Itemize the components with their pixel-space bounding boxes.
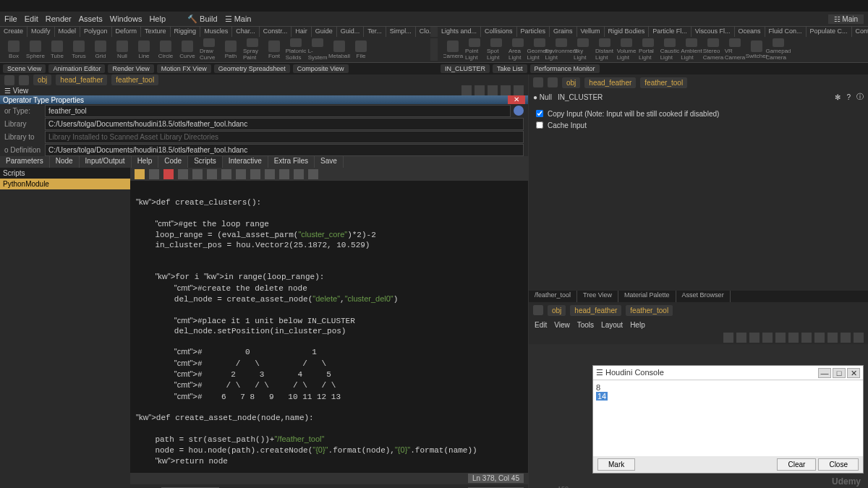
undo-icon[interactable] [135,169,145,179]
cut-icon[interactable] [163,169,174,179]
crumb-head[interactable]: head_feather [570,305,621,316]
shelf-tabs-left-item[interactable]: Polygon [80,27,112,37]
view-tool-icon[interactable] [514,85,524,95]
menu-render[interactable]: Render [46,14,72,23]
mark-button[interactable]: Mark [597,458,635,471]
ng-menu-items-item[interactable]: Edit [535,321,547,329]
shelf-tool-tube[interactable]: Tube [48,38,67,61]
view-tool-icon[interactable] [461,85,472,95]
shelf-tool-gamepad-camera[interactable]: Gamepad Camera [769,38,788,61]
shelf-tabs-left-item[interactable]: Model [55,27,81,37]
ng-tool-icon[interactable] [775,333,786,343]
shelf-tool-sphere[interactable]: Sphere [26,38,45,61]
shelf-tabs-right-item[interactable]: Oceans [735,27,765,37]
shelf-tool-area-light[interactable]: Area Light [509,38,527,61]
tabs-left-item[interactable]: Animation Editor [48,64,105,73]
shelf-tool-font[interactable]: Font [265,38,284,61]
shelf-tabs-left-item[interactable]: Rigging [171,27,201,37]
crumb-tool[interactable]: feather_tool [111,74,158,85]
shelf-tool-camera[interactable]: Camera [443,38,462,61]
shelf-tabs-right-item[interactable]: Fluid Con... [765,27,807,37]
ng-tabs-item[interactable]: /feather_tool [529,291,577,302]
shelf-tabs-left-item[interactable]: Muscles [200,27,232,37]
shelf-tabs-left-item[interactable]: Constr... [260,27,292,37]
shelf-tool-point-light[interactable]: Point Light [465,38,484,61]
menu-edit[interactable]: Edit [25,14,38,23]
shelf-tool-grid[interactable]: Grid [91,38,110,61]
shelf-tool-spray-paint[interactable]: Spray Paint [243,38,262,61]
console-output[interactable]: 8 14 [593,380,863,456]
prop-tab-extra files[interactable]: Extra Files [268,156,315,168]
ng-menu-items-item[interactable]: Tools [577,321,594,329]
desktop-main[interactable]: ☰ Main [225,14,252,24]
tabs-left-item[interactable]: Motion FX View [157,64,211,73]
code-editor[interactable]: "kw">def create_clusters(): "cmt">#get t… [130,181,528,473]
shelf-tool-caustic-light[interactable]: Caustic Light [660,38,679,61]
ng-tabs-item[interactable]: Material Palette [618,291,676,302]
ng-tool-icon[interactable] [841,333,851,343]
close-button[interactable]: Close [818,458,859,471]
shelf-tool-metaball[interactable]: Metaball [330,38,349,61]
shelf-tabs-right-item[interactable]: Container... [852,27,868,37]
shelf-tool-file[interactable]: File [352,38,370,61]
right-main-chip[interactable]: ☷ Main [828,14,864,24]
crumb-tool[interactable]: feather_tool [626,305,673,316]
shelf-tabs-left-item[interactable]: Texture [141,27,171,37]
shelf-tabs-right-item[interactable]: Vellum [577,27,605,37]
tabs-left-item[interactable]: Geometry Spreadsheet [214,64,290,73]
shelf-tool-box[interactable]: Box [4,38,23,61]
prop-tab-scripts[interactable]: Scripts [188,156,223,168]
shelf-tool-ambient-light[interactable]: Ambient Light [682,38,701,61]
prop-tab-parameters[interactable]: Parameters [0,156,50,168]
close-icon[interactable]: ✕ [847,368,860,378]
prop-tab-node[interactable]: Node [50,156,80,168]
shelf-tabs-left-item[interactable]: Char... [232,27,260,37]
shelf-tool-circle[interactable]: Circle [156,38,175,61]
shelf-tabs-left-item[interactable]: Modify [27,27,55,37]
prop-tab-code[interactable]: Code [158,156,188,168]
shelf-tabs-right-item[interactable]: Viscous Fl... [692,27,735,37]
ng-tool-icon[interactable] [762,333,773,343]
view-tool-icon[interactable] [488,85,498,95]
shelf-tabs-right-item[interactable]: Rigid Bodies [605,27,650,37]
crumb-head[interactable]: head_feather [56,74,107,85]
shelf-tabs-left-item[interactable]: Guid... [337,27,365,37]
shelf-tool-spot-light[interactable]: Spot Light [487,38,506,61]
script-item-pythonmodule[interactable]: PythonModule [0,179,130,189]
ng-tool-icon[interactable] [723,333,733,343]
tool-icon[interactable] [250,169,260,179]
shelf-tool-draw-curve[interactable]: Draw Curve [200,38,218,61]
nav-back-icon[interactable] [533,305,543,315]
null-name[interactable]: IN_CLUSTER [558,93,603,101]
shelf-tabs-right-item[interactable]: Collisions [481,27,517,37]
prop-tab-input/output[interactable]: Input/Output [80,156,132,168]
tool-icon[interactable] [236,169,246,179]
shelf-tool-distant-light[interactable]: Distant Light [595,38,614,61]
crumb-tool[interactable]: feather_tool [640,77,687,88]
shelf-tool-portal-light[interactable]: Portal Light [639,38,658,61]
shelf-tabs-right-item[interactable]: Particle Fl... [649,27,692,37]
tabs-left-item[interactable]: Render View [108,64,153,73]
tool-icon[interactable] [265,169,275,179]
ng-menu-items-item[interactable]: Help [630,321,645,329]
menu-file[interactable]: File [4,14,17,23]
copyinput-checkbox[interactable] [536,110,543,117]
shelf-tool-l-system[interactable]: L-System [308,38,327,61]
menu-assets[interactable]: Assets [79,14,103,23]
nav-back-icon[interactable] [533,77,543,87]
shelf-tabs-right-item[interactable]: Populate C... [807,27,852,37]
nav-fwd-icon[interactable] [548,77,558,87]
nav-fwd-icon[interactable] [19,75,29,85]
shelf-tabs-left-item[interactable]: Hair [292,27,312,37]
nav-back-icon[interactable] [4,75,14,85]
help-icon[interactable]: ? [846,93,851,101]
cacheinput-checkbox[interactable] [536,121,543,129]
shelf-tool-torus[interactable]: Torus [69,38,88,61]
tool-icon[interactable] [294,169,304,179]
shelf-tabs-right-item[interactable]: Particles [517,27,550,37]
ng-tool-icon[interactable] [736,333,746,343]
tabs-right-item[interactable]: Take List [493,64,527,73]
menu-windows[interactable]: Windows [110,14,142,23]
minimize-icon[interactable]: — [818,368,831,378]
shelf-tool-vr-camera[interactable]: VR Camera [726,38,744,61]
